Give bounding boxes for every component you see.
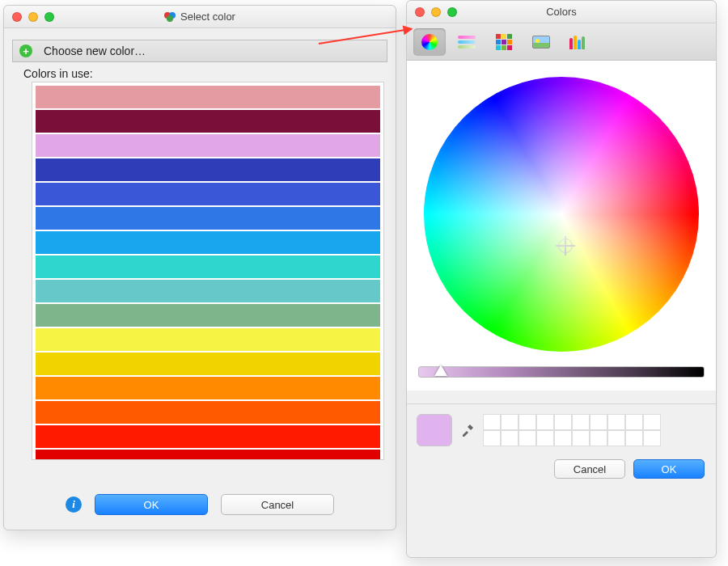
color-swatch[interactable]	[36, 280, 380, 302]
colors-window: Colors Cancel OK	[406, 0, 717, 558]
color-swatch[interactable]	[36, 377, 380, 399]
color-swatch[interactable]	[36, 425, 380, 448]
swatch-cell[interactable]	[501, 414, 518, 430]
color-swatch[interactable]	[36, 256, 380, 278]
select-color-window: Select color + Choose new color… Colors …	[3, 5, 396, 530]
swatch-cell[interactable]	[483, 430, 501, 446]
swatch-cell[interactable]	[572, 414, 590, 430]
color-swatch[interactable]	[36, 231, 380, 254]
palette-icon	[496, 34, 512, 50]
plus-icon: +	[19, 44, 32, 57]
swatch-cell[interactable]	[625, 430, 643, 446]
swatch-cell[interactable]	[643, 414, 661, 430]
swatch-cell[interactable]	[483, 414, 501, 430]
close-icon[interactable]	[12, 12, 22, 22]
swatch-cell[interactable]	[501, 430, 518, 446]
tab-color-wheel[interactable]	[413, 28, 446, 56]
titlebar[interactable]: Select color	[4, 6, 396, 28]
color-swatch[interactable]	[36, 183, 380, 205]
app-icon	[164, 11, 176, 22]
color-wheel[interactable]	[424, 77, 699, 352]
choose-new-color-label: Choose new color…	[44, 44, 146, 57]
picker-mode-toolbar	[407, 23, 716, 61]
brightness-slider[interactable]	[418, 366, 705, 381]
saved-swatches-grid[interactable]	[483, 414, 661, 446]
ok-button[interactable]: OK	[95, 494, 208, 515]
swatch-cell[interactable]	[554, 414, 572, 430]
brightness-track	[418, 366, 705, 378]
svg-point-1	[169, 12, 176, 19]
zoom-icon[interactable]	[44, 12, 54, 22]
tab-color-palettes[interactable]	[488, 28, 520, 56]
color-wheel-area	[407, 61, 716, 391]
swatch-cell[interactable]	[536, 430, 554, 446]
choose-new-color-row[interactable]: + Choose new color…	[12, 40, 387, 62]
titlebar[interactable]: Colors	[407, 1, 716, 23]
swatch-row	[407, 404, 716, 450]
cancel-button[interactable]: Cancel	[554, 459, 625, 479]
swatch-cell[interactable]	[536, 414, 554, 430]
svg-point-2	[167, 15, 173, 22]
swatch-cell[interactable]	[607, 414, 625, 430]
sliders-icon	[458, 36, 476, 49]
window-title: Select color	[4, 11, 396, 23]
crosshair-icon	[558, 239, 573, 253]
svg-point-0	[164, 12, 171, 19]
color-swatch[interactable]	[36, 207, 380, 230]
tab-color-sliders[interactable]	[451, 28, 483, 56]
color-swatch[interactable]	[36, 353, 380, 375]
eyedropper-icon[interactable]	[460, 423, 475, 437]
color-swatch[interactable]	[36, 328, 380, 351]
close-icon[interactable]	[415, 7, 425, 17]
swatch-cell[interactable]	[625, 414, 643, 430]
ok-button[interactable]: OK	[633, 459, 705, 479]
current-color-swatch[interactable]	[417, 414, 452, 446]
swatch-cell[interactable]	[518, 430, 536, 446]
color-swatch[interactable]	[36, 110, 380, 133]
minimize-icon[interactable]	[431, 7, 441, 17]
swatch-cell[interactable]	[590, 430, 607, 446]
swatch-cell[interactable]	[518, 414, 536, 430]
swatch-cell[interactable]	[554, 430, 572, 446]
cancel-button[interactable]: Cancel	[221, 494, 334, 515]
color-swatch[interactable]	[36, 401, 380, 424]
tab-image-palettes[interactable]	[525, 28, 557, 56]
zoom-icon[interactable]	[447, 7, 457, 17]
swatch-cell[interactable]	[590, 414, 607, 430]
colors-in-use-label: Colors in use:	[23, 67, 396, 80]
brightness-thumb[interactable]	[434, 365, 447, 376]
colors-in-use-list	[32, 82, 384, 460]
tab-crayons[interactable]	[562, 28, 595, 56]
color-swatch[interactable]	[36, 304, 380, 327]
swatch-cell[interactable]	[572, 430, 590, 446]
color-swatch[interactable]	[36, 450, 380, 460]
color-swatch[interactable]	[36, 86, 380, 108]
image-icon	[532, 36, 550, 49]
swatch-cell[interactable]	[607, 430, 625, 446]
dialog-buttons: i OK Cancel	[4, 483, 396, 526]
dialog-buttons: Cancel OK	[407, 450, 716, 490]
color-swatch[interactable]	[36, 134, 380, 157]
info-icon[interactable]: i	[66, 496, 82, 513]
swatch-cell[interactable]	[643, 430, 661, 446]
color-swatch[interactable]	[36, 158, 380, 181]
color-wheel-icon	[421, 34, 438, 50]
minimize-icon[interactable]	[28, 12, 38, 22]
crayons-icon	[569, 35, 587, 49]
